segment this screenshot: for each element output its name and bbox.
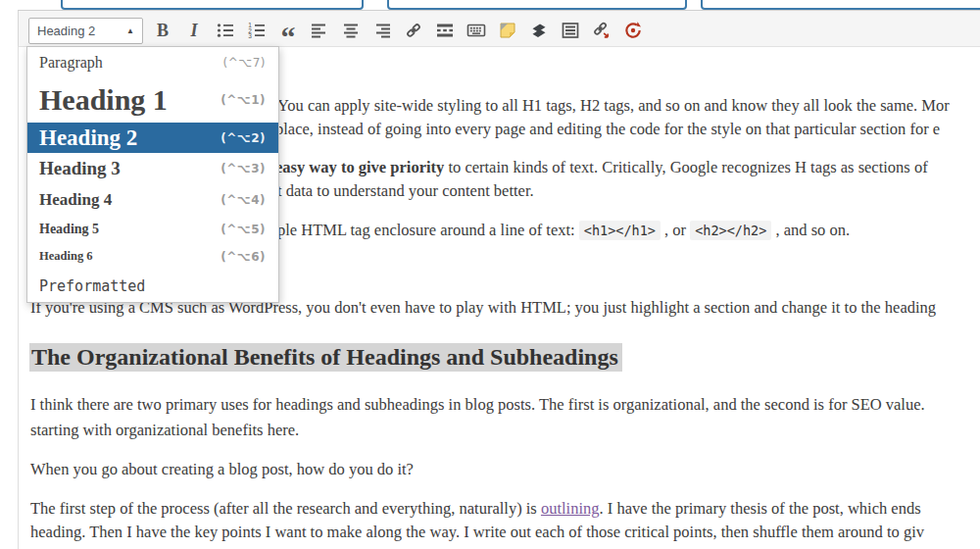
editor-toolbar: Heading 2 ▲ BI123“ xyxy=(18,10,980,47)
dropdown-item-shortcut: (^⌥3) xyxy=(220,162,266,175)
text-line: easy way to give priority to certain kin… xyxy=(275,156,928,179)
dropdown-item-shortcut: (^⌥4) xyxy=(220,193,266,207)
align-right-icon[interactable] xyxy=(367,16,398,45)
text-line: a flow for the post. xyxy=(30,545,153,549)
dropdown-item-label: Paragraph xyxy=(39,54,103,72)
format-select[interactable]: Heading 2 ▲ xyxy=(28,18,143,44)
italic-icon[interactable]: I xyxy=(178,16,210,45)
chevron-up-icon: ▲ xyxy=(126,26,134,35)
align-left-icon[interactable] xyxy=(304,16,335,45)
more-tag-icon[interactable] xyxy=(429,16,461,45)
dropdown-item-label: Heading 1 xyxy=(39,83,168,117)
text-line: ple HTML tag enclosure around a line of … xyxy=(277,219,850,242)
dropdown-item-label: Heading 6 xyxy=(39,249,93,264)
dropdown-item-label: Heading 2 xyxy=(39,125,137,151)
top-button[interactable] xyxy=(61,0,364,10)
text-link[interactable]: outlining xyxy=(541,499,600,518)
dropdown-item-heading-1[interactable]: Heading 1(^⌥1) xyxy=(27,77,278,123)
dropdown-item-shortcut: (^⌥5) xyxy=(220,223,266,236)
dropdown-item-shortcut: (^⌥6) xyxy=(220,250,266,264)
dropdown-item-label: Heading 4 xyxy=(39,190,112,210)
align-center-icon[interactable] xyxy=(335,16,367,45)
text-selection-highlight: The Organizational Benefits of Headings … xyxy=(29,343,622,372)
dropdown-item-shortcut: (^⌥7) xyxy=(223,56,266,70)
dropdown-item-heading-3[interactable]: Heading 3(^⌥3) xyxy=(27,153,278,184)
text-line: The first step of the process (after all… xyxy=(30,497,921,521)
toolbar-icons: BI123“ xyxy=(147,16,649,45)
selected-heading: The Organizational Benefits of Headings … xyxy=(29,341,622,373)
editor-page: { "colors": { "accent_blue": "#2a6a9f", … xyxy=(0,0,980,549)
dropdown-item-label: Preformatted xyxy=(39,277,145,295)
top-button[interactable] xyxy=(387,0,687,10)
svg-text:3: 3 xyxy=(248,32,252,39)
text-line: When you go about creating a blog post, … xyxy=(30,458,414,481)
text-line: heading. Then I have the key points I wa… xyxy=(30,521,924,544)
dropdown-item-paragraph[interactable]: Paragraph(^⌥7) xyxy=(27,47,278,77)
link-arrow-icon[interactable] xyxy=(586,16,617,45)
text-line: I think there are two primary uses for h… xyxy=(30,393,925,417)
dropdown-item-label: Heading 3 xyxy=(39,158,121,179)
dropdown-item-heading-5[interactable]: Heading 5(^⌥5) xyxy=(27,215,278,243)
dropdown-item-label: Heading 5 xyxy=(39,222,99,237)
history-icon[interactable] xyxy=(617,16,649,45)
dropdown-item-heading-4[interactable]: Heading 4(^⌥4) xyxy=(27,184,278,215)
inline-code: <h2></h2> xyxy=(690,221,771,240)
dropdown-item-heading-6[interactable]: Heading 6(^⌥6) xyxy=(27,243,278,270)
format-select-value: Heading 2 xyxy=(37,24,95,38)
text-line: You can apply site-wide styling to all H… xyxy=(277,94,950,118)
format-dropdown: Paragraph(^⌥7)Heading 1(^⌥1)Heading 2(^⌥… xyxy=(26,46,279,303)
numbered-list-icon[interactable]: 123 xyxy=(241,16,272,45)
text-line: place, instead of going into every page … xyxy=(275,118,940,141)
dropdown-item-heading-2[interactable]: Heading 2(^⌥2) xyxy=(27,123,278,153)
dropdown-item-shortcut: (^⌥1) xyxy=(220,93,266,107)
note-icon[interactable] xyxy=(492,16,523,45)
toc-icon[interactable] xyxy=(555,16,586,45)
blockquote-icon[interactable]: “ xyxy=(272,16,304,45)
keyboard-icon[interactable] xyxy=(461,16,492,45)
inline-code: <h1></h1> xyxy=(579,221,661,240)
link-icon[interactable] xyxy=(398,16,429,45)
dropdown-item-shortcut: (^⌥2) xyxy=(220,131,266,145)
bullet-list-icon[interactable] xyxy=(210,16,241,45)
text-line: starting with organizational benefits he… xyxy=(30,419,299,442)
dropdown-item-preformatted[interactable]: Preformatted xyxy=(27,270,278,302)
text-line: t data to understand your content better… xyxy=(277,179,534,203)
stack-icon[interactable] xyxy=(523,16,555,45)
top-button[interactable] xyxy=(701,0,980,10)
bold-icon[interactable]: B xyxy=(147,16,178,45)
